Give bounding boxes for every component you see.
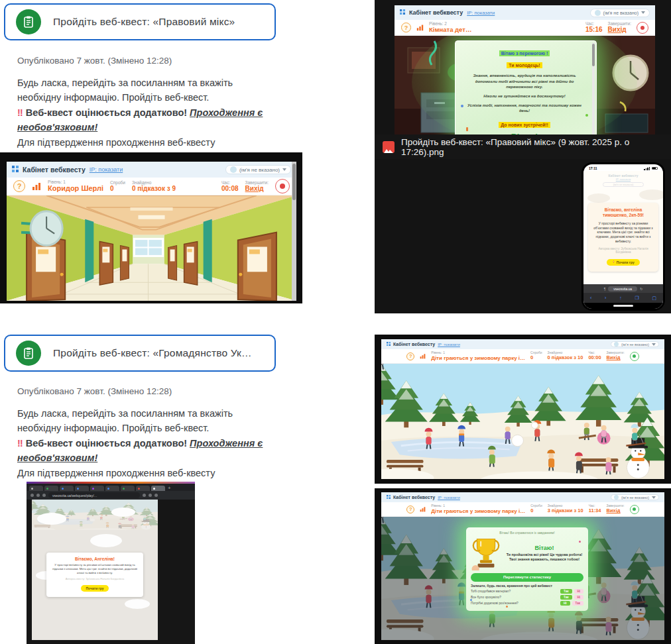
phone-screen: 17:11 Кабінет вебквесту IP: показати (ім… [583, 164, 663, 309]
reload-icon[interactable] [42, 494, 46, 497]
finish-stat: Завершити: Вихід [608, 21, 631, 34]
app-grid-icon [387, 495, 391, 500]
app-grid-icon [12, 166, 19, 174]
user-dropdown[interactable]: (ім'я не вказано) [225, 165, 291, 174]
warning-mark: ‼ [17, 438, 23, 449]
answer-no-button[interactable]: Ні [574, 595, 584, 600]
browser-tab[interactable] [136, 486, 150, 491]
time-stat: Час: 00:08 [221, 180, 239, 193]
back-icon[interactable] [30, 494, 34, 497]
new-tab-button[interactable]: + [168, 485, 171, 491]
ip-show-link[interactable]: IP: показати [90, 166, 123, 173]
reader-icon[interactable]: ¶ [604, 287, 606, 291]
assignment-details-1: Опубліковано 7 жовт. (Змінено 12:28) Буд… [17, 56, 278, 165]
forward-icon[interactable] [36, 494, 40, 497]
assignment-card-1[interactable]: Пройдіть веб-квест: «Правовий мікс» [4, 3, 276, 40]
ip-show-link[interactable]: IP: показати [438, 496, 460, 500]
browser-tab[interactable] [121, 486, 135, 491]
rocket-icon [612, 260, 615, 264]
browser-tab[interactable] [90, 486, 104, 491]
quest-toolbar: ? Рівень: 1 Коридор Шерлі Спроби 0 Знайд… [7, 178, 296, 195]
app-name: Кабінет вебквесту [393, 342, 435, 347]
confetti-dot [585, 114, 588, 117]
confetti-dot [461, 105, 463, 107]
avatar [614, 342, 619, 347]
sound-icon[interactable] [637, 22, 648, 34]
quest-header: Кабінет вебквесту IP: показати (ім'я не … [381, 492, 664, 502]
answer-yes-button[interactable]: Так [572, 601, 583, 606]
victory-modal: Вітаю з перемогою ! Ти молодець! Знання,… [455, 40, 597, 134]
help-icon[interactable]: ? [406, 352, 414, 360]
cloud [90, 534, 122, 547]
browser-tab[interactable] [60, 486, 74, 491]
exit-link[interactable]: Вихід [606, 508, 624, 514]
attempts-stat: Спроби 0 [530, 504, 542, 513]
sound-icon[interactable] [630, 505, 639, 514]
winter-game-screenshot: Кабінет вебквесту IP: показати (ім'я не … [375, 335, 671, 484]
exit-link[interactable]: Вихід [245, 185, 269, 193]
confirm-line: Для підтвердження проходження веб-квесту [17, 137, 215, 148]
winter-park-scene[interactable] [381, 364, 664, 479]
refresh-icon[interactable]: ↻ [640, 287, 642, 291]
attachment-caption[interactable]: Пройдіть веб-квест: «Правовий мікс» (9 ж… [375, 134, 671, 159]
welcome-title: Вітаємо, ангеліна тимошенко, 2кп-59! [591, 207, 655, 219]
victory-paragraph: Ніколи не зупиняйтеся на досягнутому! [462, 93, 587, 99]
url-field[interactable]: vseosvita.ua/webquest/play/… [48, 492, 140, 498]
finish-stat: Завершити: Вихід [245, 180, 269, 193]
browser-tab-active[interactable] [151, 486, 165, 491]
help-icon[interactable]: ? [406, 506, 414, 513]
victory-paragraph: Знання, впевненість, ерудиція та наполег… [462, 73, 587, 90]
sound-icon[interactable] [630, 352, 639, 361]
scrollbar[interactable] [292, 162, 296, 301]
safari-toolbar: ‹ › ↑ ❐ ▢ [583, 293, 663, 303]
user-dropdown[interactable]: (ім'я не вказано) [590, 9, 650, 17]
user-dropdown[interactable]: (ім'я не вказано) [611, 494, 659, 500]
start-game-button[interactable]: Почати гру [607, 259, 639, 266]
start-game-button[interactable]: Почати гру [81, 585, 109, 592]
feedback-row: Потрібні додаткові роз'яснення? Ні Так [471, 601, 583, 606]
avatar [614, 495, 619, 500]
assignment-title-1: Пройдіть веб-квест: «Правовий мікс» [53, 16, 235, 28]
answer-yes-button[interactable]: Так [560, 595, 572, 600]
tabs-icon[interactable]: ▢ [652, 295, 656, 301]
completion-modal: Вітаю! Ви справилися із завданням! [466, 527, 588, 611]
screenshot-collage: Пройдіть веб-квест: «Правовий мікс» Опуб… [0, 0, 671, 644]
back-icon[interactable]: ‹ [590, 295, 591, 300]
time-stat: Час: 11:34 [589, 504, 601, 513]
ip-show-link[interactable]: IP: показати [467, 10, 495, 16]
user-name: (ім'я не вказано) [603, 11, 639, 15]
browser-screenshot: + vseosvita.ua/webquest/play/… Вітаємо, … [27, 482, 195, 644]
browser-tab[interactable] [105, 486, 119, 491]
bookmarks-icon[interactable]: ❐ [635, 295, 639, 301]
modal-scrollbar[interactable] [592, 42, 595, 134]
view-statistics-button[interactable]: Переглянути статистику [471, 573, 583, 582]
assignment-body: Будь ласка, перейдіть за посиланням та в… [17, 76, 278, 165]
help-icon[interactable]: ? [401, 23, 411, 32]
user-dropdown[interactable]: (ім'я не вказано) [611, 341, 659, 347]
phone-screenshot-panel: 17:11 Кабінет вебквесту IP: показати (ім… [375, 159, 671, 313]
browser-tab[interactable] [75, 486, 89, 491]
record-icon[interactable] [275, 179, 290, 193]
browser-tab[interactable] [44, 486, 58, 491]
assignment-card-2[interactable]: Пройдіть веб-квест: «Громадянство Ук… [4, 335, 276, 372]
winter-trophy-screenshot: Кабінет вебквесту IP: показати (ім'я не … [375, 488, 671, 644]
help-icon[interactable]: ? [13, 180, 25, 192]
answer-yes-button[interactable]: Так [560, 589, 572, 594]
corridor-illustration[interactable] [7, 195, 296, 301]
safari-urlbar[interactable]: ¶ vseosvita.ua ↻ [583, 284, 663, 293]
exit-link[interactable]: Вихід [607, 355, 625, 361]
quest-webpage: Вітаємо, Ангеліна! У просторі вебквесту … [32, 500, 158, 640]
quest-author: Авторка квесту: Зубковська Наталія Богда… [591, 247, 655, 255]
answer-no-button[interactable]: Ні [574, 589, 584, 594]
menu-icon[interactable] [154, 494, 158, 497]
bookmark-icon[interactable] [143, 494, 146, 497]
ip-show-link[interactable]: IP: показати [438, 343, 460, 347]
profile-icon[interactable] [149, 494, 152, 497]
forward-icon[interactable]: › [605, 295, 606, 300]
time-stat: Час: 15:16 [585, 21, 603, 34]
welcome-modal: Вітаємо, ангеліна тимошенко, 2кп-59! У п… [588, 203, 658, 272]
browser-tab[interactable] [29, 486, 43, 491]
exit-link[interactable]: Вихід [608, 26, 631, 34]
answer-no-button[interactable]: Ні [560, 601, 570, 606]
share-icon[interactable]: ↑ [619, 295, 622, 300]
